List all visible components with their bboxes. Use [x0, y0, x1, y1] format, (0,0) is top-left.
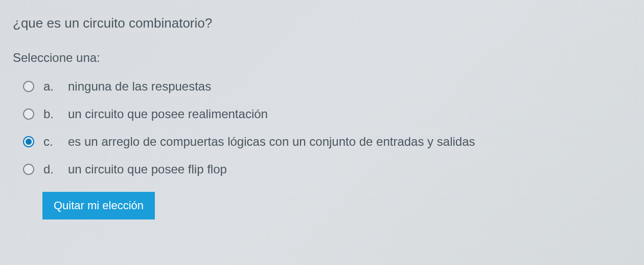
option-b[interactable]: b. un circuito que posee realimentación	[23, 107, 631, 121]
option-letter: d.	[43, 162, 59, 176]
option-text: un circuito que posee flip flop	[68, 162, 227, 176]
option-text: es un arreglo de compuertas lógicas con …	[68, 135, 475, 149]
option-a[interactable]: a. ninguna de las respuestas	[23, 79, 631, 94]
clear-choice-button[interactable]: Quitar mi elección	[42, 192, 155, 219]
instruction-text: Seleccione una:	[13, 51, 631, 65]
option-letter: b.	[43, 107, 59, 121]
radio-b[interactable]	[23, 108, 34, 120]
radio-c[interactable]	[23, 136, 34, 147]
option-c[interactable]: c. es un arreglo de compuertas lógicas c…	[23, 135, 631, 149]
options-list: a. ninguna de las respuestas b. un circu…	[23, 79, 631, 176]
question-text: ¿que es un circuito combinatorio?	[13, 15, 631, 31]
option-d[interactable]: d. un circuito que posee flip flop	[23, 162, 631, 176]
option-text: ninguna de las respuestas	[68, 79, 211, 94]
option-letter: a.	[43, 79, 59, 94]
radio-d[interactable]	[23, 164, 34, 175]
radio-a[interactable]	[23, 81, 34, 92]
option-letter: c.	[43, 135, 59, 149]
option-text: un circuito que posee realimentación	[68, 107, 268, 121]
